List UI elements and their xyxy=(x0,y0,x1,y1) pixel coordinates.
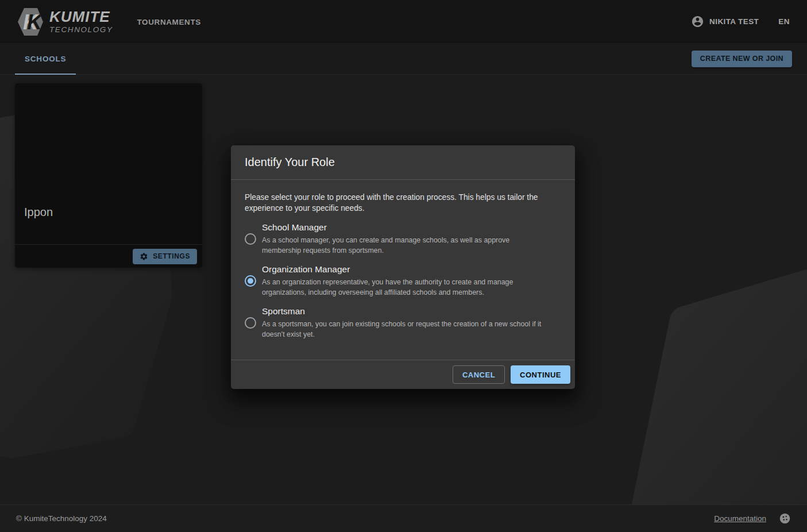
option-label-sportsman[interactable]: Sportsman xyxy=(262,306,549,317)
user-avatar-icon xyxy=(691,15,704,28)
brand-subtitle: TECHNOLOGY xyxy=(49,26,113,34)
dialog-content: Please select your role to proceed with … xyxy=(231,180,575,340)
brand-text: KUMITE TECHNOLOGY xyxy=(49,9,113,34)
cookie-icon xyxy=(779,512,791,525)
identify-role-dialog: Identify Your Role Please select your ro… xyxy=(231,145,575,389)
user-name: NIKITA TEST xyxy=(709,17,759,26)
tab-schools-label: SCHOOLS xyxy=(25,55,66,63)
header-right: NIKITA TEST EN xyxy=(691,15,790,28)
settings-button-label: SETTINGS xyxy=(153,252,190,260)
user-menu[interactable]: NIKITA TEST xyxy=(691,15,759,28)
option-label-school-manager[interactable]: School Manager xyxy=(262,222,549,233)
kumite-hexagon-logo-icon: K K xyxy=(17,7,44,36)
cookie-settings-button[interactable] xyxy=(779,512,791,525)
brand-title: KUMITE xyxy=(49,9,113,24)
option-desc-school-manager: As a school manager, you can create and … xyxy=(262,236,549,256)
school-card-media: Ippon xyxy=(15,83,202,244)
footer-right: Documentation xyxy=(714,512,791,525)
settings-button[interactable]: SETTINGS xyxy=(133,249,197,264)
option-desc-sportsman: As a sportsman, you can join existing sc… xyxy=(262,319,549,340)
option-text: Organization Manager As an organization … xyxy=(262,264,549,298)
option-desc-organization-manager: As an organization representative, you h… xyxy=(262,277,549,298)
continue-button[interactable]: CONTINUE xyxy=(511,365,570,384)
school-card[interactable]: Ippon SETTINGS xyxy=(15,83,202,268)
documentation-link[interactable]: Documentation xyxy=(714,514,766,523)
option-text: Sportsman As a sportsman, you can join e… xyxy=(262,306,549,340)
role-options: School Manager As a school manager, you … xyxy=(245,222,561,340)
school-card-title: Ippon xyxy=(24,206,53,219)
school-card-actions: SETTINGS xyxy=(15,245,202,268)
language-selector[interactable]: EN xyxy=(778,17,790,26)
radio-school-manager[interactable] xyxy=(245,233,256,245)
cancel-button[interactable]: CANCEL xyxy=(453,365,505,384)
nav-tournaments[interactable]: TOURNAMENTS xyxy=(137,18,201,26)
dialog-actions: CANCEL CONTINUE xyxy=(231,360,575,389)
role-option-organization-manager[interactable]: Organization Manager As an organization … xyxy=(245,264,561,298)
role-option-school-manager[interactable]: School Manager As a school manager, you … xyxy=(245,222,561,256)
brand-logo[interactable]: K K KUMITE TECHNOLOGY xyxy=(17,7,113,36)
option-text: School Manager As a school manager, you … xyxy=(262,222,549,256)
main-nav: TOURNAMENTS xyxy=(137,17,201,27)
copyright-text: © KumiteTechnology 2024 xyxy=(16,514,107,523)
create-new-or-join-button[interactable]: CREATE NEW OR JOIN xyxy=(692,51,792,67)
tabbar: SCHOOLS CREATE NEW OR JOIN xyxy=(0,43,807,75)
dialog-title: Identify Your Role xyxy=(231,145,575,180)
option-label-organization-manager[interactable]: Organization Manager xyxy=(262,264,549,275)
dialog-intro-text: Please select your role to proceed with … xyxy=(245,192,548,214)
gear-icon xyxy=(140,252,148,261)
watermark-shape-right xyxy=(642,286,807,532)
app-header: K K KUMITE TECHNOLOGY TOURNAMENTS NIKITA… xyxy=(0,0,807,43)
role-option-sportsman[interactable]: Sportsman As a sportsman, you can join e… xyxy=(245,306,561,340)
app-footer: © KumiteTechnology 2024 Documentation xyxy=(0,504,807,532)
radio-sportsman[interactable] xyxy=(245,317,256,329)
tab-schools[interactable]: SCHOOLS xyxy=(15,43,76,74)
logo-letter-dark: K xyxy=(27,10,44,34)
radio-organization-manager[interactable] xyxy=(245,275,256,287)
